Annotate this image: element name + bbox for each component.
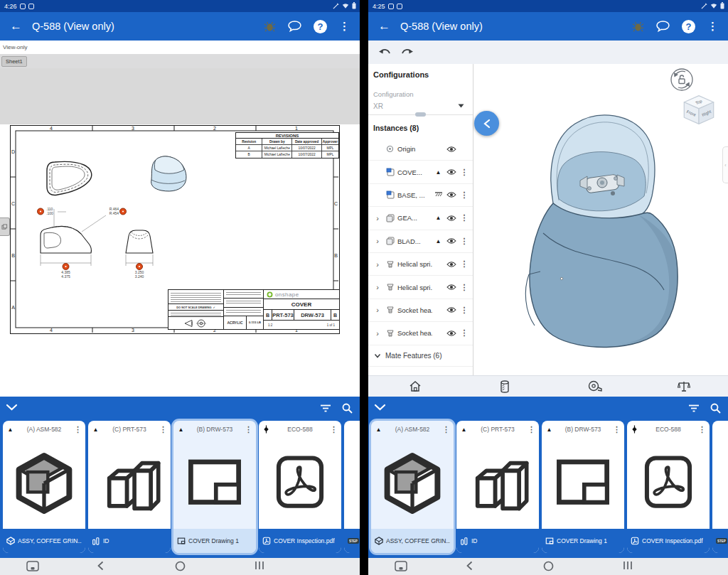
- instance-row-helical-spring[interactable]: › Helical spri... ⋮: [368, 253, 473, 276]
- nav-back-icon[interactable]: [97, 561, 104, 571]
- card-menu-icon[interactable]: ⋮: [159, 425, 167, 434]
- expand-chevron-icon[interactable]: ›: [373, 214, 382, 222]
- screenshot-icon[interactable]: [26, 561, 39, 571]
- card-menu-icon[interactable]: ⋮: [245, 425, 252, 434]
- visibility-eye-icon[interactable]: [444, 284, 459, 291]
- visibility-eye-icon[interactable]: [444, 191, 459, 198]
- revision-row: B Michael Lafleche 10/07/2022 MPL: [236, 151, 338, 158]
- tab-sheet1[interactable]: Sheet1: [1, 56, 27, 67]
- collapse-panel-chevron-icon[interactable]: [374, 404, 386, 411]
- comment-icon[interactable]: [288, 21, 301, 32]
- card-menu-icon[interactable]: ⋮: [442, 425, 450, 434]
- help-icon[interactable]: ?: [314, 20, 327, 33]
- filter-icon[interactable]: [688, 404, 700, 412]
- row-menu-icon[interactable]: ⋮: [460, 168, 469, 177]
- card-menu-icon[interactable]: ⋮: [330, 425, 338, 434]
- document-tab-card-drw[interactable]: ▲(B) DRW-573⋮ COVER Drawing 1: [542, 421, 624, 553]
- row-menu-icon[interactable]: ⋮: [460, 306, 469, 315]
- card-menu-icon[interactable]: ⋮: [698, 425, 706, 434]
- instance-row-origin[interactable]: Origin: [368, 138, 473, 161]
- expand-chevron-icon[interactable]: ›: [373, 283, 382, 291]
- row-menu-icon[interactable]: ⋮: [460, 328, 469, 338]
- configuration-dropdown[interactable]: XR: [373, 102, 383, 110]
- document-tab-card-prt[interactable]: ▲(C) PRT-573⋮ ID: [456, 421, 539, 553]
- panel-resize-handle[interactable]: [415, 112, 426, 117]
- visibility-eye-icon[interactable]: [444, 146, 459, 153]
- document-tab-card-drw[interactable]: ▲(B) DRW-573⋮ COVER Drawing 1: [173, 421, 256, 553]
- bug-report-icon[interactable]: [632, 21, 644, 32]
- document-tab-card-asm[interactable]: ▲(A) ASM-582⋮ ASSY, COFFEE GRIN...: [3, 421, 85, 553]
- visibility-eye-icon[interactable]: [444, 215, 459, 222]
- sheet-list-handle[interactable]: [0, 217, 10, 236]
- home-view-icon[interactable]: [408, 380, 422, 394]
- card-menu-icon[interactable]: ⋮: [528, 425, 535, 434]
- instance-row-blade-subassembly[interactable]: › BLAD... ▲ ⋮: [368, 230, 473, 253]
- nav-recents-icon[interactable]: [623, 561, 633, 570]
- view-rotation-lock-icon[interactable]: [668, 65, 696, 94]
- status-bar: 4:25: [368, 0, 728, 12]
- back-arrow-button[interactable]: ←: [378, 19, 390, 33]
- row-menu-icon[interactable]: ⋮: [460, 213, 469, 222]
- document-tab-card-eco[interactable]: ECO-588⋮ COVER Inspection.pdf: [627, 421, 710, 553]
- nav-back-icon[interactable]: [466, 561, 473, 571]
- right-panel-handle[interactable]: ‹: [722, 146, 728, 183]
- nav-home-icon[interactable]: [175, 561, 186, 571]
- view-cube[interactable]: Top Front Right: [678, 91, 719, 132]
- filter-icon[interactable]: [320, 404, 331, 412]
- document-tab-card-prt[interactable]: ▲(C) PRT-573⋮ ID: [88, 421, 171, 553]
- card-menu-icon[interactable]: ⋮: [613, 425, 621, 434]
- screenshot-icon[interactable]: [395, 561, 407, 571]
- visibility-eye-icon[interactable]: [444, 168, 459, 176]
- card-menu-icon[interactable]: ⋮: [74, 425, 82, 434]
- expand-chevron-icon[interactable]: ›: [373, 329, 382, 338]
- mate-features-section[interactable]: Mate Features (6): [368, 345, 473, 367]
- instance-row-socket-head-screw[interactable]: › Socket hea... ⋮: [368, 299, 473, 322]
- drawing-canvas[interactable]: 4 3 2 1 4 3 2 1 D C B A D C B A: [0, 68, 360, 397]
- row-menu-icon[interactable]: ⋮: [460, 190, 469, 200]
- row-menu-icon[interactable]: ⋮: [460, 237, 469, 246]
- section-view-icon[interactable]: [498, 380, 512, 394]
- row-menu-icon[interactable]: ⋮: [460, 283, 469, 292]
- visibility-eye-icon[interactable]: [444, 306, 459, 313]
- row-menu-icon[interactable]: ⋮: [460, 259, 469, 269]
- overflow-menu-icon[interactable]: ⋮: [707, 20, 718, 33]
- back-arrow-button[interactable]: ←: [10, 19, 22, 33]
- visibility-eye-icon[interactable]: [444, 330, 459, 337]
- expand-chevron-icon[interactable]: ›: [373, 306, 382, 314]
- document-tab-card-asm[interactable]: ▲(A) ASM-582⋮ ASSY, COFFEE GRIN...: [371, 421, 454, 553]
- instance-row-helical-spring[interactable]: › Helical spri... ⋮: [368, 276, 473, 299]
- instance-row-base[interactable]: BASE, ... ⋮: [368, 184, 473, 207]
- mass-properties-icon[interactable]: [677, 380, 691, 394]
- document-tab-card-step-partial[interactable]: STEP: [344, 421, 360, 553]
- nav-recents-icon[interactable]: [255, 561, 264, 570]
- pdf-icon: [262, 537, 271, 545]
- expand-chevron-icon[interactable]: ›: [373, 260, 382, 269]
- search-icon[interactable]: [710, 403, 721, 414]
- collapse-panel-chevron-icon[interactable]: [6, 404, 18, 411]
- nav-home-icon[interactable]: [543, 561, 554, 571]
- redo-icon[interactable]: [401, 48, 414, 58]
- bug-report-icon[interactable]: [264, 21, 276, 32]
- visibility-eye-icon[interactable]: [444, 261, 459, 268]
- expand-chevron-icon[interactable]: ›: [373, 237, 382, 245]
- dim-radius-lower: R.454: [109, 211, 119, 215]
- instance-row-cover[interactable]: COVE... ▲ ⋮: [368, 161, 473, 183]
- measure-icon[interactable]: [587, 380, 603, 394]
- workflow-state-icon: ▲: [92, 426, 100, 433]
- visibility-eye-icon[interactable]: [444, 237, 459, 244]
- comment-icon[interactable]: [656, 21, 670, 32]
- help-icon[interactable]: ?: [682, 20, 695, 33]
- undo-icon[interactable]: [378, 48, 391, 58]
- collapse-panel-fab[interactable]: [474, 111, 499, 136]
- search-icon[interactable]: [342, 403, 353, 414]
- card-footer: COVER Inspection.pdf: [627, 529, 710, 553]
- instance-row-gear-subassembly[interactable]: › GEA... ▲ ⋮: [368, 207, 473, 230]
- collapse-chevron-icon[interactable]: [374, 353, 381, 358]
- dropdown-caret-icon[interactable]: [458, 104, 464, 108]
- overflow-menu-icon[interactable]: ⋮: [339, 20, 350, 33]
- card-footer: ASSY, COFFEE GRIN...: [3, 529, 85, 553]
- document-tab-card-step-partial[interactable]: STEP: [712, 421, 728, 553]
- card-footer: STEP: [712, 529, 728, 553]
- document-tab-card-eco[interactable]: ECO-588⋮ COVER Inspection.pdf: [259, 421, 341, 553]
- instance-row-socket-head-screw[interactable]: › Socket hea... ⋮: [368, 322, 473, 345]
